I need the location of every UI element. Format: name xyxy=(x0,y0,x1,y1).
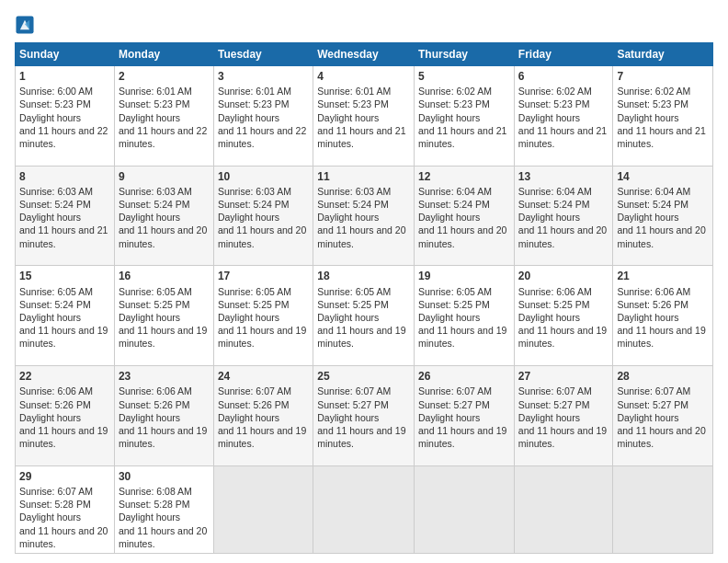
calendar-cell: 25Sunrise: 6:07 AMSunset: 5:27 PMDayligh… xyxy=(313,366,415,466)
calendar-cell: 17Sunrise: 6:05 AMSunset: 5:25 PMDayligh… xyxy=(213,266,313,366)
calendar-cell: 5Sunrise: 6:02 AMSunset: 5:23 PMDaylight… xyxy=(415,66,515,167)
col-header-friday: Friday xyxy=(514,43,613,66)
calendar-cell: 1Sunrise: 6:00 AMSunset: 5:23 PMDaylight… xyxy=(16,66,115,167)
calendar-cell: 9Sunrise: 6:03 AMSunset: 5:24 PMDaylight… xyxy=(114,166,213,266)
calendar-cell: 2Sunrise: 6:01 AMSunset: 5:23 PMDaylight… xyxy=(114,66,213,167)
calendar-cell: 16Sunrise: 6:05 AMSunset: 5:25 PMDayligh… xyxy=(114,266,213,366)
calendar-cell: 14Sunrise: 6:04 AMSunset: 5:24 PMDayligh… xyxy=(613,166,713,266)
calendar-cell: 10Sunrise: 6:03 AMSunset: 5:24 PMDayligh… xyxy=(213,166,313,266)
calendar-cell: 13Sunrise: 6:04 AMSunset: 5:24 PMDayligh… xyxy=(514,166,613,266)
calendar-cell: 22Sunrise: 6:06 AMSunset: 5:26 PMDayligh… xyxy=(16,366,115,466)
day-number: 14 xyxy=(617,169,709,184)
calendar-cell: 24Sunrise: 6:07 AMSunset: 5:26 PMDayligh… xyxy=(213,366,313,466)
day-number: 29 xyxy=(19,469,110,484)
calendar-cell: 7Sunrise: 6:02 AMSunset: 5:23 PMDaylight… xyxy=(613,66,713,167)
calendar-cell: 12Sunrise: 6:04 AMSunset: 5:24 PMDayligh… xyxy=(415,166,515,266)
col-header-monday: Monday xyxy=(114,43,213,66)
day-number: 19 xyxy=(418,269,510,283)
calendar-cell: 30Sunrise: 6:08 AMSunset: 5:28 PMDayligh… xyxy=(114,465,213,553)
col-header-thursday: Thursday xyxy=(415,43,515,66)
day-number: 17 xyxy=(218,269,309,283)
header xyxy=(15,13,713,35)
day-number: 28 xyxy=(617,369,709,384)
day-number: 27 xyxy=(518,369,609,384)
calendar-cell: 3Sunrise: 6:01 AMSunset: 5:23 PMDaylight… xyxy=(213,66,313,167)
calendar-cell xyxy=(613,465,713,553)
day-number: 22 xyxy=(19,369,110,384)
calendar-header-row: SundayMondayTuesdayWednesdayThursdayFrid… xyxy=(16,43,713,66)
calendar-cell: 8Sunrise: 6:03 AMSunset: 5:24 PMDaylight… xyxy=(16,166,115,266)
day-number: 8 xyxy=(19,169,110,184)
day-number: 23 xyxy=(119,369,210,384)
calendar-cell: 20Sunrise: 6:06 AMSunset: 5:25 PMDayligh… xyxy=(514,266,613,366)
day-number: 25 xyxy=(317,369,410,384)
calendar-cell: 26Sunrise: 6:07 AMSunset: 5:27 PMDayligh… xyxy=(415,366,515,466)
calendar-cell: 18Sunrise: 6:05 AMSunset: 5:25 PMDayligh… xyxy=(313,266,415,366)
day-number: 5 xyxy=(418,69,510,84)
day-number: 11 xyxy=(317,169,410,184)
day-number: 20 xyxy=(518,269,609,283)
calendar-body: 1Sunrise: 6:00 AMSunset: 5:23 PMDaylight… xyxy=(16,66,713,554)
day-number: 24 xyxy=(218,369,309,384)
day-number: 12 xyxy=(418,169,510,184)
col-header-saturday: Saturday xyxy=(613,43,713,66)
calendar-cell: 27Sunrise: 6:07 AMSunset: 5:27 PMDayligh… xyxy=(514,366,613,466)
calendar-week-4: 29Sunrise: 6:07 AMSunset: 5:28 PMDayligh… xyxy=(16,465,713,553)
calendar-week-0: 1Sunrise: 6:00 AMSunset: 5:23 PMDaylight… xyxy=(16,66,713,167)
calendar-cell: 11Sunrise: 6:03 AMSunset: 5:24 PMDayligh… xyxy=(313,166,415,266)
col-header-sunday: Sunday xyxy=(16,43,115,66)
calendar-cell xyxy=(514,465,613,553)
day-number: 7 xyxy=(617,69,709,84)
calendar-cell: 19Sunrise: 6:05 AMSunset: 5:25 PMDayligh… xyxy=(415,266,515,366)
calendar-cell: 4Sunrise: 6:01 AMSunset: 5:23 PMDaylight… xyxy=(313,66,415,167)
day-number: 2 xyxy=(119,69,210,84)
day-number: 1 xyxy=(19,69,110,84)
day-number: 13 xyxy=(518,169,609,184)
calendar-week-2: 15Sunrise: 6:05 AMSunset: 5:24 PMDayligh… xyxy=(16,266,713,366)
day-number: 4 xyxy=(317,69,410,84)
calendar-table: SundayMondayTuesdayWednesdayThursdayFrid… xyxy=(15,42,713,554)
logo xyxy=(15,13,39,35)
calendar-cell: 28Sunrise: 6:07 AMSunset: 5:27 PMDayligh… xyxy=(613,366,713,466)
day-number: 10 xyxy=(218,169,309,184)
day-number: 26 xyxy=(418,369,510,384)
day-number: 21 xyxy=(617,269,709,283)
calendar-cell: 23Sunrise: 6:06 AMSunset: 5:26 PMDayligh… xyxy=(114,366,213,466)
calendar-week-1: 8Sunrise: 6:03 AMSunset: 5:24 PMDaylight… xyxy=(16,166,713,266)
calendar-cell xyxy=(415,465,515,553)
col-header-wednesday: Wednesday xyxy=(313,43,415,66)
logo-icon xyxy=(15,15,35,35)
day-number: 30 xyxy=(119,469,210,484)
day-number: 18 xyxy=(317,269,410,283)
day-number: 9 xyxy=(119,169,210,184)
calendar-week-3: 22Sunrise: 6:06 AMSunset: 5:26 PMDayligh… xyxy=(16,366,713,466)
calendar-cell xyxy=(313,465,415,553)
day-number: 15 xyxy=(19,269,110,283)
calendar-cell: 15Sunrise: 6:05 AMSunset: 5:24 PMDayligh… xyxy=(16,266,115,366)
day-number: 3 xyxy=(218,69,309,84)
calendar-cell: 21Sunrise: 6:06 AMSunset: 5:26 PMDayligh… xyxy=(613,266,713,366)
col-header-tuesday: Tuesday xyxy=(213,43,313,66)
day-number: 6 xyxy=(518,69,609,84)
calendar-cell: 6Sunrise: 6:02 AMSunset: 5:23 PMDaylight… xyxy=(514,66,613,167)
calendar-cell: 29Sunrise: 6:07 AMSunset: 5:28 PMDayligh… xyxy=(16,465,115,553)
calendar-cell xyxy=(213,465,313,553)
calendar-page: SundayMondayTuesdayWednesdayThursdayFrid… xyxy=(0,0,728,563)
day-number: 16 xyxy=(119,269,210,283)
